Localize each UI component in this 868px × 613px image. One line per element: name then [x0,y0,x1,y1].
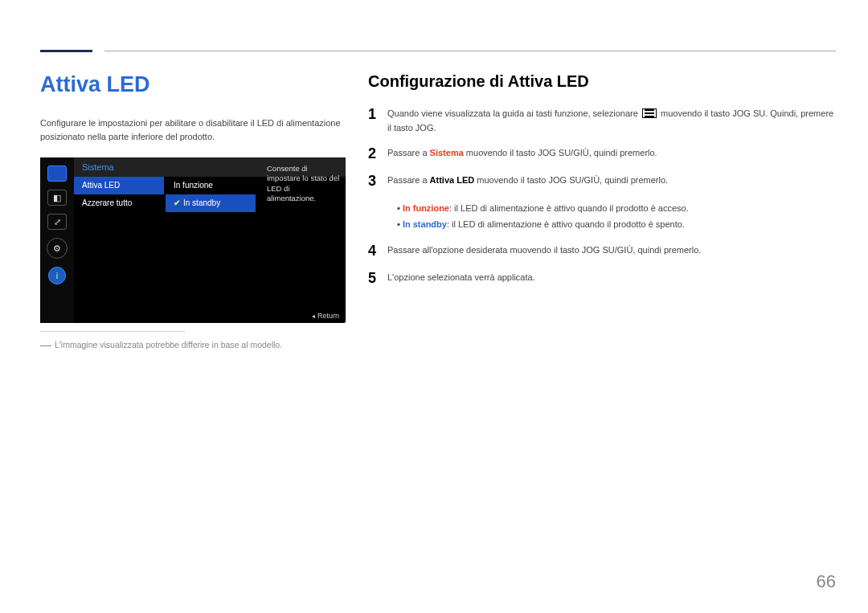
back-icon: ◂ [312,313,315,320]
divider [40,331,185,332]
step-number: 2 [368,146,387,162]
osd-footer: ◂ Return [312,312,339,320]
osd-footer-label: Return [317,312,339,320]
menu-icon [642,108,657,118]
osd-value-label: In standby [183,198,220,207]
osd-description: Consente di impostare lo stato del LED d… [267,164,341,203]
osd-sidebar: ◧ ⤢ ⚙ i [40,157,74,323]
step-number: 4 [368,243,387,260]
step-4: 4 Passare all'opzione desiderata muovend… [368,243,836,260]
image-disclaimer: ―L'immagine visualizzata potrebbe differ… [40,338,346,351]
left-column: Attiva LED Configurare le impostazioni p… [40,72,346,351]
step-number: 3 [368,174,387,190]
osd-value-column: In funzione ✔In standby [166,177,256,212]
option-in-funzione: In funzione: il LED di alimentazione è a… [397,201,836,217]
step-body: Passare a Attiva LED muovendo il tasto J… [387,174,668,190]
section-subtitle: Configurazione di Attiva LED [368,72,836,91]
option-list: In funzione: il LED di alimentazione è a… [397,201,836,233]
header-rule-thin [104,51,836,51]
step-2: 2 Passare a Sistema muovendo il tasto JO… [368,146,836,162]
option-in-standby: In standby: il LED di alimentazione è at… [397,217,836,233]
intro-text: Configurare le impostazioni per abilitar… [40,116,346,143]
osd-value-item: ✔In standby [166,194,256,212]
osd-value-item: In funzione [166,177,256,194]
step-body: Quando viene visualizzata la guida ai ta… [387,107,836,135]
term-sistema: Sistema [430,148,464,157]
step-number: 5 [368,271,387,287]
header-rule-thick [40,50,92,52]
screen-icon [47,166,67,182]
term-attiva-led: Attiva LED [430,175,475,185]
step-body: Passare all'opzione desiderata muovendo … [387,243,701,260]
right-column: Configurazione di Attiva LED 1 Quando vi… [368,72,836,351]
step-number: 1 [368,107,387,135]
page-number: 66 [817,571,836,592]
resize-icon: ⤢ [47,214,67,230]
step-3: 3 Passare a Attiva LED muovendo il tasto… [368,174,836,190]
osd-menu-column: Attiva LED Azzerare tutto [74,177,164,212]
step-5: 5 L'opzione selezionata verrà applicata. [368,271,836,287]
gear-icon: ⚙ [47,238,68,259]
osd-screenshot: ◧ ⤢ ⚙ i Sistema Attiva LED Azzerare tutt… [40,157,346,323]
step-body: L'opzione selezionata verrà applicata. [387,271,535,287]
check-icon: ✔ [174,198,180,207]
osd-menu-item: Attiva LED [74,177,164,194]
content-columns: Attiva LED Configurare le impostazioni p… [40,72,836,351]
osd-menu-item: Azzerare tutto [74,194,164,212]
info-icon: i [48,267,66,284]
page-title: Attiva LED [40,72,346,97]
picture-icon: ◧ [47,190,67,206]
step-1: 1 Quando viene visualizzata la guida ai … [368,107,836,135]
step-body: Passare a Sistema muovendo il tasto JOG … [387,146,657,162]
